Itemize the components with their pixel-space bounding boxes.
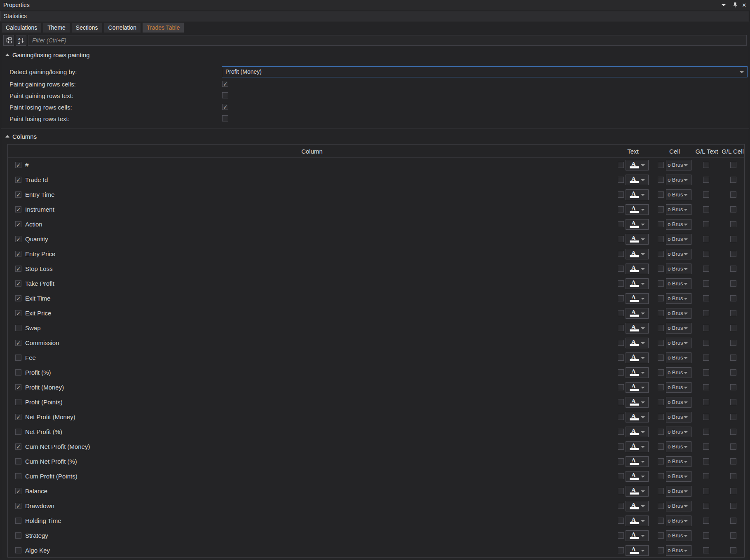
font-color-dropdown[interactable]: A [626, 308, 649, 319]
gl-cell-checkbox[interactable] [730, 266, 736, 272]
cell-color-enable-checkbox[interactable] [658, 266, 664, 272]
text-color-enable-checkbox[interactable] [618, 310, 624, 316]
gl-text-checkbox[interactable] [703, 162, 709, 168]
gl-text-checkbox[interactable] [703, 488, 709, 494]
gl-cell-checkbox[interactable] [730, 547, 736, 553]
column-visible-checkbox[interactable] [15, 251, 21, 257]
font-color-dropdown[interactable]: A [626, 338, 649, 348]
gl-text-checkbox[interactable] [703, 355, 709, 361]
cell-brush-dropdown[interactable]: o Brus [666, 323, 691, 334]
font-color-dropdown[interactable]: A [626, 278, 649, 289]
gl-cell-checkbox[interactable] [730, 280, 736, 287]
font-color-dropdown[interactable]: A [626, 471, 649, 482]
cell-brush-dropdown[interactable]: o Brus [666, 204, 691, 215]
column-visible-checkbox[interactable] [15, 310, 21, 316]
gl-text-checkbox[interactable] [703, 429, 709, 435]
gl-cell-checkbox[interactable] [730, 503, 736, 509]
cell-brush-dropdown[interactable]: o Brus [666, 397, 691, 408]
gl-cell-checkbox[interactable] [730, 177, 736, 183]
paint-option-checkbox[interactable] [222, 81, 228, 87]
font-color-dropdown[interactable]: A [626, 456, 649, 467]
cell-color-enable-checkbox[interactable] [658, 191, 664, 198]
text-color-enable-checkbox[interactable] [618, 355, 624, 361]
font-color-dropdown[interactable]: A [626, 160, 649, 170]
gl-text-checkbox[interactable] [703, 532, 709, 539]
cell-brush-dropdown[interactable]: o Brus [666, 249, 691, 259]
gl-cell-checkbox[interactable] [730, 355, 736, 361]
column-visible-checkbox[interactable] [15, 191, 21, 198]
gl-text-checkbox[interactable] [703, 399, 709, 405]
cell-color-enable-checkbox[interactable] [658, 236, 664, 242]
gl-text-checkbox[interactable] [703, 236, 709, 242]
text-color-enable-checkbox[interactable] [618, 488, 624, 494]
text-color-enable-checkbox[interactable] [618, 251, 624, 257]
column-visible-checkbox[interactable] [15, 503, 21, 509]
gl-cell-checkbox[interactable] [730, 340, 736, 346]
column-visible-checkbox[interactable] [15, 429, 21, 435]
alphabetical-sort-button[interactable]: A Z [16, 35, 26, 46]
cell-brush-dropdown[interactable]: o Brus [666, 367, 691, 378]
gl-cell-checkbox[interactable] [730, 518, 736, 524]
cell-color-enable-checkbox[interactable] [658, 429, 664, 435]
gl-text-checkbox[interactable] [703, 458, 709, 464]
font-color-dropdown[interactable]: A [626, 530, 649, 541]
gl-text-checkbox[interactable] [703, 369, 709, 376]
text-color-enable-checkbox[interactable] [618, 206, 624, 212]
gl-text-checkbox[interactable] [703, 266, 709, 272]
gl-cell-checkbox[interactable] [730, 532, 736, 539]
cell-color-enable-checkbox[interactable] [658, 532, 664, 539]
pin-icon[interactable] [731, 0, 739, 10]
cell-brush-dropdown[interactable]: o Brus [666, 338, 691, 348]
cell-brush-dropdown[interactable]: o Brus [666, 530, 691, 541]
column-visible-checkbox[interactable] [15, 266, 21, 272]
gl-cell-checkbox[interactable] [730, 429, 736, 435]
column-visible-checkbox[interactable] [15, 369, 21, 376]
tab-theme[interactable]: Theme [43, 23, 70, 33]
font-color-dropdown[interactable]: A [626, 427, 649, 437]
column-visible-checkbox[interactable] [15, 488, 21, 494]
font-color-dropdown[interactable]: A [626, 293, 649, 304]
cell-brush-dropdown[interactable]: o Brus [666, 545, 691, 556]
gl-text-checkbox[interactable] [703, 503, 709, 509]
cell-brush-dropdown[interactable]: o Brus [666, 456, 691, 467]
gl-cell-checkbox[interactable] [730, 206, 736, 212]
text-color-enable-checkbox[interactable] [618, 458, 624, 464]
cell-brush-dropdown[interactable]: o Brus [666, 352, 691, 363]
detect-gaining-losing-combobox[interactable]: Profit (Money) [222, 66, 748, 77]
cell-brush-dropdown[interactable]: o Brus [666, 189, 691, 200]
column-visible-checkbox[interactable] [15, 518, 21, 524]
cell-color-enable-checkbox[interactable] [658, 384, 664, 390]
cell-brush-dropdown[interactable]: o Brus [666, 264, 691, 274]
section-header-painting[interactable]: Gaining/losing rows painting [0, 51, 90, 58]
text-color-enable-checkbox[interactable] [618, 295, 624, 301]
gl-text-checkbox[interactable] [703, 340, 709, 346]
text-color-enable-checkbox[interactable] [618, 369, 624, 376]
gl-text-checkbox[interactable] [703, 547, 709, 553]
cell-color-enable-checkbox[interactable] [658, 325, 664, 331]
text-color-enable-checkbox[interactable] [618, 503, 624, 509]
font-color-dropdown[interactable]: A [626, 516, 649, 526]
paint-option-checkbox[interactable] [222, 104, 228, 110]
font-color-dropdown[interactable]: A [626, 264, 649, 274]
gl-text-checkbox[interactable] [703, 325, 709, 331]
column-visible-checkbox[interactable] [15, 399, 21, 405]
font-color-dropdown[interactable]: A [626, 501, 649, 511]
font-color-dropdown[interactable]: A [626, 249, 649, 259]
text-color-enable-checkbox[interactable] [618, 266, 624, 272]
text-color-enable-checkbox[interactable] [618, 384, 624, 390]
cell-color-enable-checkbox[interactable] [658, 280, 664, 287]
gl-text-checkbox[interactable] [703, 221, 709, 227]
cell-brush-dropdown[interactable]: o Brus [666, 308, 691, 319]
cell-brush-dropdown[interactable]: o Brus [666, 278, 691, 289]
font-color-dropdown[interactable]: A [626, 323, 649, 334]
tab-calculations[interactable]: Calculations [2, 23, 41, 33]
cell-color-enable-checkbox[interactable] [658, 162, 664, 168]
column-visible-checkbox[interactable] [15, 532, 21, 539]
text-color-enable-checkbox[interactable] [618, 399, 624, 405]
cell-color-enable-checkbox[interactable] [658, 221, 664, 227]
paint-option-checkbox[interactable] [222, 115, 228, 121]
gl-text-checkbox[interactable] [703, 191, 709, 198]
gl-cell-checkbox[interactable] [730, 384, 736, 390]
text-color-enable-checkbox[interactable] [618, 162, 624, 168]
gl-text-checkbox[interactable] [703, 206, 709, 212]
